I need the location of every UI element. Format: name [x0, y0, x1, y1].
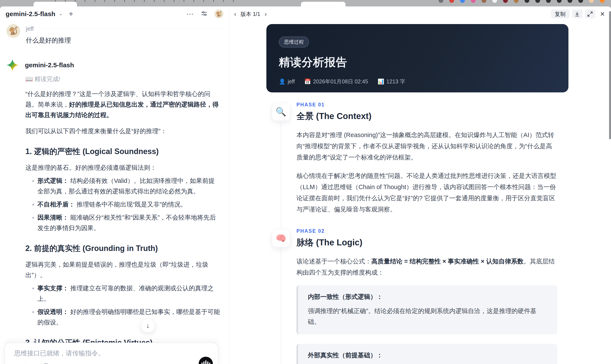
menubar-app-icon[interactable]: [589, 0, 594, 3]
chat-panel: gemini-2.5-flash ⌄ + ⋯ 🐒 🐒 jeff: [0, 6, 229, 364]
menubar-app-icon[interactable]: [482, 0, 486, 3]
phase-paragraph: 该论述基于一个核心公式：高质量结论 = 结构完整性 × 事实准确性 × 认知自律…: [296, 256, 557, 278]
menubar-app-icon[interactable]: [546, 0, 551, 3]
download-button[interactable]: [572, 10, 582, 18]
waveform-icon: [201, 363, 202, 364]
divider: [39, 29, 223, 29]
report-title: 精读分析报告: [279, 55, 556, 70]
user-avatar[interactable]: 🐒: [214, 10, 223, 18]
intro-paragraph: “什么是好的推理？”这是一个涉及逻辑学、认知科学和哲学核心的问题。简单来说，好的…: [25, 89, 220, 120]
chat-header: gemini-2.5-flash ⌄ + ⋯ 🐒: [0, 6, 229, 22]
phase-title: 全景 (The Context): [296, 110, 557, 122]
menubar-app-icon[interactable]: [535, 0, 540, 3]
bookmark-icon[interactable]: [43, 363, 49, 364]
version-nav: ‹ 版本 1/1 ›: [233, 10, 268, 18]
model-selector[interactable]: gemini-2.5-flash: [6, 10, 55, 18]
report-date: 2026年01月08日 02:45: [313, 78, 368, 85]
menubar-app-icon[interactable]: [557, 0, 561, 3]
chat-scroll-area[interactable]: 🐒 jeff 什么是好的推理: [0, 22, 229, 364]
menubar-app-icon[interactable]: [471, 0, 476, 3]
calendar-icon: 📅: [304, 78, 311, 85]
report-badge: 思维过程: [279, 37, 309, 48]
chevron-right-icon[interactable]: ›: [264, 10, 268, 18]
dimension-card: 外部真实性（前提基础）： 强调推理的“经验校准”。解决“GIGO（垃圾进，垃圾出…: [296, 344, 557, 364]
waveform-icon: [209, 363, 210, 364]
close-button[interactable]: ✕: [598, 11, 607, 18]
menubar-app-icon[interactable]: [600, 0, 605, 3]
author-name: jeff: [288, 78, 295, 85]
card-body: 强调推理的“机械正确”。结论必须在给定的规则系统内逻辑自洽，这是推理的硬件基础。: [308, 306, 547, 327]
section-heading: 2. 前提的真实性 (Grounding in Truth): [25, 243, 220, 254]
author-icon: 👤: [279, 78, 286, 85]
menubar-app-icon[interactable]: [503, 0, 508, 3]
card-title: 外部真实性（前提基础）：: [308, 351, 547, 360]
timeline-line: [281, 249, 281, 364]
menubar-text-fragments: [50, 0, 234, 2]
waveform-icon: [205, 360, 206, 364]
more-options-button[interactable]: ⋯: [186, 10, 194, 18]
report-meta: 👤jeff 📅2026年01月08日 02:45 📊1213 字: [279, 78, 556, 85]
phase-label: PHASE 01: [296, 102, 557, 108]
waveform-icon: [203, 361, 204, 364]
expand-button[interactable]: [585, 10, 595, 18]
report-hero: 思维过程 精读分析报告 👤jeff 📅2026年01月08日 02:45 📊12…: [266, 24, 569, 92]
app-window: gemini-2.5-flash ⌄ + ⋯ 🐒 🐒 jeff: [0, 6, 611, 364]
menubar-app-icon[interactable]: [492, 0, 497, 3]
scroll-to-bottom-button[interactable]: ↓: [141, 318, 155, 333]
menubar-app-icon[interactable]: [438, 0, 443, 3]
user-message: 🐒 jeff 什么是好的推理: [6, 24, 223, 45]
arrow-down-icon: ↓: [146, 322, 150, 330]
new-chat-button[interactable]: +: [68, 10, 73, 18]
sparkle-tools-icon[interactable]: ❖: [32, 363, 37, 364]
lead-paragraph: 我们可以从以下四个维度来衡量什么是“好的推理”：: [25, 126, 220, 136]
copy-button[interactable]: 复制: [551, 10, 570, 18]
section-intro: 这是推理的基石。好的推理必须遵循逻辑法则：: [25, 162, 220, 173]
report-document[interactable]: 思维过程 精读分析报告 👤jeff 📅2026年01月08日 02:45 📊12…: [229, 22, 610, 364]
user-message-text: 什么是好的推理: [26, 36, 223, 45]
divider: [26, 363, 26, 364]
phase-section-2: 🧠 PHASE 02 脉络 (The Logic) 该论述基于一个核心公式：高质…: [272, 228, 610, 364]
voice-input-button[interactable]: [199, 357, 213, 364]
scrollbar-thumb[interactable]: [609, 11, 611, 139]
menubar-app-icon[interactable]: [514, 0, 518, 3]
bullet-item: 因果清晰： 能准确区分“相关性”和“因果关系”，不会轻率地将先后发生的事情归为因…: [37, 212, 220, 233]
waveform-icon: [207, 361, 208, 364]
assistant-name: gemini-2.5-flash: [25, 62, 74, 69]
bullet-item: 假设透明： 好的推理会明确指明哪些是已知事实，哪些是基于可能的假设。: [37, 307, 220, 328]
menubar-status-icons: [438, 0, 605, 3]
menubar-app-icon[interactable]: [525, 0, 529, 3]
chevron-left-icon[interactable]: ‹: [233, 10, 237, 18]
menubar-app-icon[interactable]: [578, 0, 583, 3]
artifact-header: ‹ 版本 1/1 › 复制 ✕: [229, 6, 611, 22]
magnifier-icon: 🔍: [272, 103, 290, 121]
bullet-list: 事实支撑： 推理建立在可靠的数据、准确的观测或公认的真理之上。 假设透明： 好的…: [25, 283, 220, 328]
chat-input[interactable]: 思维接口已就绪，请传输指令。: [14, 349, 209, 358]
menubar-app-icon[interactable]: [460, 0, 465, 3]
attach-button[interactable]: +: [12, 362, 20, 364]
assistant-markdown: “什么是好的推理？”这是一个涉及逻辑学、认知科学和哲学核心的问题。简单来说，好的…: [25, 89, 220, 364]
menubar-app-icon[interactable]: [568, 0, 572, 3]
chat-composer[interactable]: 思维接口已就绪，请传输指令。 + ❖: [4, 342, 218, 364]
expand-icon: [587, 11, 593, 17]
phase-paragraph: 核心情境在于解决“思考的随意性”问题。不论是人类通过批判性思维进行决策，还是大语…: [296, 170, 557, 215]
menubar-app-icon[interactable]: [449, 0, 454, 3]
assistant-status: 📖 精读完成!: [25, 75, 223, 83]
word-count: 1213 字: [386, 78, 405, 85]
user-avatar: 🐒: [6, 24, 20, 38]
bullet-item: 事实支撑： 推理建立在可靠的数据、准确的观测或公认的真理之上。: [37, 283, 220, 304]
section-intro: 逻辑再完美，如果前提是错误的，推理也是垃圾（即“垃圾进，垃圾出”）。: [25, 259, 220, 280]
tune-settings-icon[interactable]: [200, 10, 208, 18]
artifact-panel: ‹ 版本 1/1 › 复制 ✕: [229, 6, 611, 364]
message-author: jeff: [26, 25, 34, 32]
bullet-item: 不自相矛盾： 推理链条中不能出现“既是又非”的情况。: [37, 199, 220, 210]
phase-label: PHASE 02: [296, 228, 557, 234]
card-title: 内部一致性（形式逻辑）：: [308, 293, 547, 301]
chevron-down-icon[interactable]: ⌄: [58, 10, 63, 17]
bullet-list: 形式逻辑： 结构必须有效（Valid）。比如演绎推理中，如果前提全部为真，那么通…: [25, 176, 220, 233]
version-label: 版本 1/1: [240, 11, 260, 18]
phase-paragraph: 本内容是对“推理 (Reasoning)”这一抽象概念的高层建模。在知识爆炸与人…: [296, 129, 557, 163]
timeline-line: [281, 122, 281, 230]
phase-title: 脉络 (The Logic): [296, 237, 557, 248]
brain-icon: 🧠: [272, 229, 290, 247]
bullet-item: 形式逻辑： 结构必须有效（Valid）。比如演绎推理中，如果前提全部为真，那么通…: [37, 176, 220, 197]
